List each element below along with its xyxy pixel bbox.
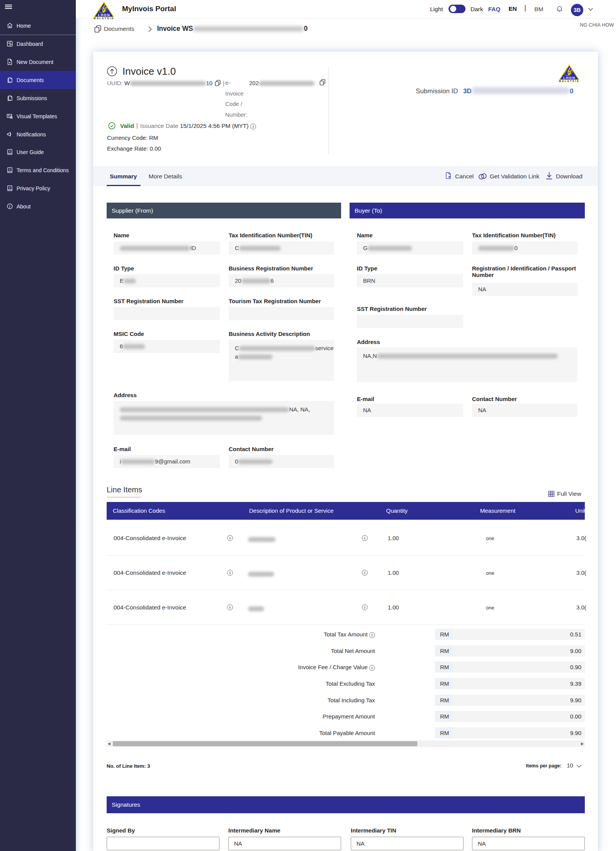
svg-text:LHDN: LHDN (563, 76, 576, 80)
svg-text:LHDN: LHDN (98, 13, 110, 17)
